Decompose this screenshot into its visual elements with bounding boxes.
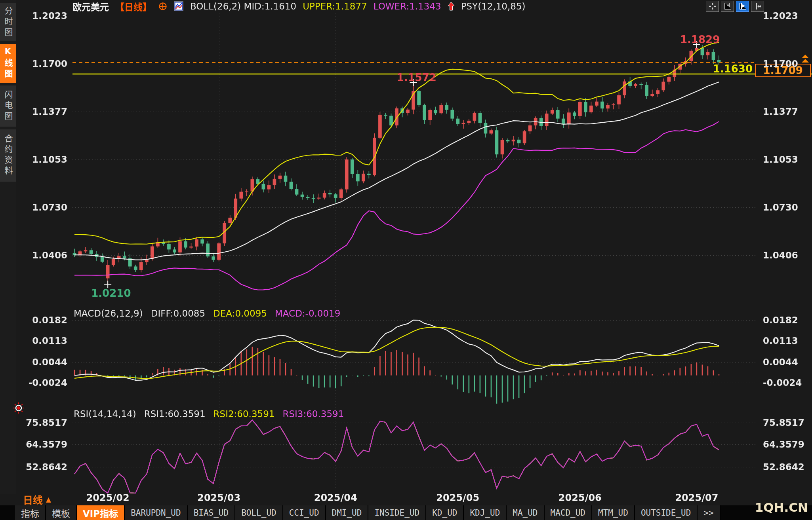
rsi3-value: RSI3:60.3591 [282, 409, 344, 419]
axis-shift-button[interactable] [751, 1, 764, 12]
macd-axis-tick: 0.0182 [763, 315, 798, 325]
bottom-tab-boll_ud[interactable]: BOLL_UD [235, 505, 283, 520]
x-axis-month-label: 2025/02 [80, 492, 135, 503]
alert-price-label[interactable]: 1.1630 [669, 63, 753, 75]
price-axis-tick: 1.2023 [22, 11, 67, 21]
macd-bar-value: MACD:-0.0019 [275, 308, 340, 319]
x-axis-month-label: 2025/03 [191, 492, 247, 503]
rsi-panel-header: RSI(14,14,14) RSI1:60.3591 RSI2:60.3591 … [74, 409, 344, 419]
rsi1-value: RSI1:60.3591 [144, 409, 206, 419]
bottom-tab-[interactable]: 指标 [15, 505, 46, 520]
x-axis-month-label: 2025/06 [552, 492, 608, 503]
bottom-tab-kdj_ud[interactable]: KDJ_UD [464, 505, 507, 520]
bottom-tab-ma_ud[interactable]: MA_UD [507, 505, 544, 520]
macd-axis-tick: 0.0182 [22, 315, 67, 325]
x-axis-month-label: 2025/05 [430, 492, 486, 503]
bottom-tab-kd_ud[interactable]: KD_UD [426, 505, 464, 520]
swing-low-feb-label: 1.0210 [91, 287, 131, 299]
rsi2-value: RSI2:60.3591 [213, 409, 275, 419]
left-sidebar: 分时图 K线图 闪电图 合约资料 [0, 0, 16, 494]
sidebar-item-timeshare-chart[interactable]: 分时图 [0, 3, 16, 41]
sidebar-item-contract-info[interactable]: 合约资料 [0, 129, 16, 182]
price-axis-tick: 1.0730 [763, 202, 798, 213]
rsi-axis-tick: 75.8517 [763, 418, 804, 428]
rsi-axis-tick: 75.8517 [22, 418, 67, 428]
chart-toolbar [706, 1, 764, 12]
price-axis-tick: 1.1377 [22, 106, 67, 117]
rsi-axis-tick: 64.3579 [22, 439, 67, 450]
crosshair-tool-button[interactable] [706, 1, 719, 12]
macd-axis-tick: -0.0024 [763, 378, 802, 388]
boll-upper-label: UPPER:1.1877 [303, 1, 367, 11]
macd-axis-tick: 0.0113 [763, 336, 798, 346]
macd-dea-value: DEA:0.0095 [213, 308, 267, 319]
boll-lower-label: LOWER:1.1343 [374, 1, 441, 11]
macd-panel-header: MACD(26,12,9) DIFF:0.0085 DEA:0.0095 MAC… [74, 308, 340, 319]
bottom-tab-macd_ud[interactable]: MACD_UD [545, 505, 593, 520]
bottom-tab-bias_ud[interactable]: BIAS_UD [188, 505, 236, 520]
chart-header: 欧元美元 【日线】 BOLL(26,2) MID:1.1610 UPPER:1.… [72, 0, 526, 12]
bottom-tab-dmi_ud[interactable]: DMI_UD [326, 505, 369, 520]
target-icon[interactable] [158, 2, 168, 11]
macd-axis-tick: 0.0113 [22, 336, 67, 346]
bottom-tab-vip[interactable]: VIP指标 [77, 505, 125, 520]
price-axis-tick: 1.1053 [22, 154, 67, 165]
alert-burst-icon[interactable] [13, 402, 25, 416]
price-axis-tick: 1.2023 [763, 11, 798, 21]
chevron-up-icon: ▲ [46, 495, 51, 503]
psy-indicator-label: PSY(12,10,85) [461, 1, 526, 11]
price-axis-tick: 1.1053 [763, 154, 798, 165]
price-axis-tick: 1.1700 [22, 59, 67, 69]
swing-high-april-label: 1.1572 [397, 72, 436, 84]
price-axis-tick: 1.0406 [763, 250, 798, 260]
kline-thumbnail-icon[interactable] [174, 1, 184, 11]
boll-indicator-label: BOLL(26,2) MID:1.1610 [190, 1, 296, 11]
x-axis-month-label: 2025/07 [669, 492, 724, 503]
bottom-tab-[interactable]: 模板 [46, 505, 77, 520]
macd-axis-tick: 0.0044 [763, 357, 798, 367]
macd-title: MACD(26,12,9) [74, 308, 143, 319]
bottom-tab-cci_ud[interactable]: CCI_UD [283, 505, 326, 520]
axis-compress-button[interactable] [721, 1, 734, 12]
rsi-axis-tick: 52.8642 [763, 462, 804, 472]
period-tag[interactable]: 【日线】 [115, 0, 152, 13]
bottom-tab-inside_ud[interactable]: INSIDE_UD [368, 505, 426, 520]
rsi-axis-tick: 52.8642 [22, 462, 67, 472]
x-axis-month-label: 2025/04 [308, 492, 363, 503]
sidebar-item-lightning-chart[interactable]: 闪电图 [0, 85, 16, 127]
swing-high-july-label: 1.1829 [680, 34, 720, 46]
watermark: 1QH.CN [725, 500, 808, 514]
macd-axis-tick: -0.0024 [22, 378, 67, 388]
indicator-tab-bar: 指标模板VIP指标BARUPDN_UDBIAS_UDBOLL_UDCCI_UDD… [15, 505, 812, 520]
bottom-tab-barupdn_ud[interactable]: BARUPDN_UD [125, 505, 187, 520]
bottom-tab-[interactable]: >> [698, 505, 720, 520]
axis-play-button[interactable] [736, 1, 749, 12]
sidebar-item-kline-chart[interactable]: K线图 [0, 44, 16, 83]
price-axis-tick: 1.1700 [763, 59, 798, 69]
bottom-tab-outside_ud[interactable]: OUTSIDE_UD [635, 505, 698, 520]
price-axis-tick: 1.0730 [22, 202, 67, 213]
up-arrow-icon [448, 2, 455, 11]
period-selector[interactable]: 日线 ▲ [23, 492, 51, 507]
price-axis-tick: 1.1377 [763, 106, 798, 117]
price-up-arrows-icon [799, 54, 811, 65]
rsi-axis-tick: 64.3579 [763, 439, 804, 450]
macd-diff-value: DIFF:0.0085 [151, 308, 205, 319]
macd-axis-tick: 0.0044 [22, 357, 67, 367]
period-selector-label: 日线 [23, 492, 43, 507]
price-axis-tick: 1.0406 [22, 250, 67, 260]
bottom-tab-mtm_ud[interactable]: MTM_UD [592, 505, 635, 520]
symbol-name: 欧元美元 [72, 0, 109, 13]
rsi-title: RSI(14,14,14) [74, 409, 136, 419]
